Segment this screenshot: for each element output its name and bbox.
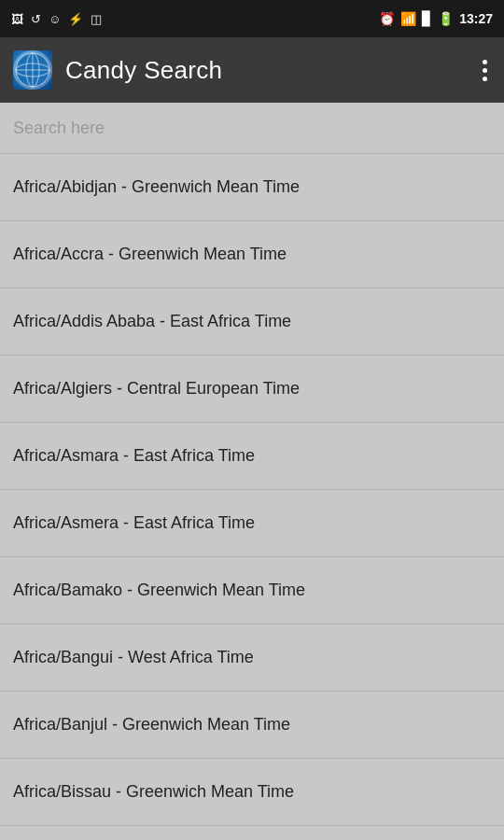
signal-icon: ▊ [422,11,432,26]
alarm-icon: ⏰ [379,11,395,26]
dot3 [483,77,487,81]
list-item[interactable]: Africa/Asmera - East Africa Time [0,490,504,557]
svg-point-5 [16,53,49,87]
list-item-text: Africa/Bissau - Greenwich Mean Time [13,781,294,803]
list-item-text: Africa/Bangui - West Africa Time [13,647,254,668]
list-item-text: Africa/Asmara - East Africa Time [13,445,255,467]
wifi-icon: 📶 [400,11,416,26]
search-bar [0,103,504,154]
list-item[interactable]: Africa/Bamako - Greenwich Mean Time [0,557,504,624]
svg-point-1 [26,53,39,87]
dot2 [483,68,487,73]
list-item[interactable]: Africa/Banjul - Greenwich Mean Time [0,692,504,759]
list-item-text: Africa/Algiers - Central European Time [13,378,300,399]
clock: 13:27 [459,11,493,26]
list-item-text: Africa/Abidjan - Greenwich Mean Time [13,176,300,198]
list-item[interactable]: Africa/Asmara - East Africa Time [0,423,504,490]
list-item-text: Africa/Accra - Greenwich Mean Time [13,244,287,265]
overflow-menu-button[interactable] [479,56,491,85]
list-item[interactable]: Africa/Algiers - Central European Time [0,356,504,423]
list-item[interactable]: Africa/Bissau - Greenwich Mean Time [0,759,504,826]
refresh-icon: ↺ [31,12,41,26]
list-item[interactable]: Africa/Accra - Greenwich Mean Time [0,221,504,288]
svg-point-2 [16,63,49,77]
search-input[interactable] [13,110,491,146]
app-icon [13,50,52,90]
app-title: Candy Search [65,56,466,85]
status-bar-left: 🖼 ↺ ☺ ⚡ ◫ [11,12,102,26]
list-item[interactable]: Africa/Abidjan - Greenwich Mean Time [0,154,504,221]
photo-icon: 🖼 [11,12,23,26]
battery-icon: 🔋 [438,11,454,26]
list-item-text: Africa/Bamako - Greenwich Mean Time [13,580,305,601]
timezone-list: Africa/Abidjan - Greenwich Mean TimeAfri… [0,154,504,840]
app-bar: Candy Search [0,37,504,103]
flash-icon: ⚡ [68,12,83,26]
status-bar-right: ⏰ 📶 ▊ 🔋 13:27 [379,11,493,26]
list-item-text: Africa/Banjul - Greenwich Mean Time [13,714,290,735]
store-icon: ◫ [91,12,102,26]
list-item[interactable]: Africa/Bangui - West Africa Time [0,624,504,692]
list-item-text: Africa/Addis Ababa - East Africa Time [13,311,291,332]
status-bar: 🖼 ↺ ☺ ⚡ ◫ ⏰ 📶 ▊ 🔋 13:27 [0,0,504,37]
emoji-icon: ☺ [49,12,61,26]
dot1 [483,60,487,64]
list-item-text: Africa/Asmera - East Africa Time [13,512,255,534]
list-item[interactable]: Africa/Addis Ababa - East Africa Time [0,288,504,356]
svg-point-0 [16,53,49,87]
